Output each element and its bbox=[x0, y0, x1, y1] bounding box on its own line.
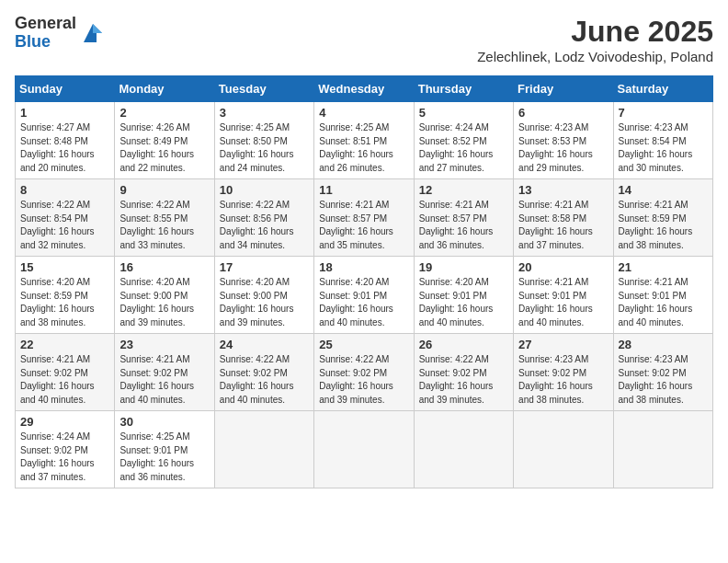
day-info: Sunrise: 4:23 AM Sunset: 9:02 PM Dayligh… bbox=[619, 353, 708, 407]
calendar-header-saturday: Saturday bbox=[613, 76, 712, 102]
svg-marker-1 bbox=[93, 24, 102, 33]
day-number: 7 bbox=[619, 106, 708, 120]
day-info: Sunrise: 4:23 AM Sunset: 8:53 PM Dayligh… bbox=[518, 121, 608, 175]
main-title: June 2025 bbox=[477, 15, 713, 49]
calendar-cell: 20Sunrise: 4:21 AM Sunset: 9:01 PM Dayli… bbox=[514, 257, 613, 334]
day-info: Sunrise: 4:20 AM Sunset: 8:59 PM Dayligh… bbox=[20, 276, 109, 329]
calendar-cell: 1Sunrise: 4:27 AM Sunset: 8:48 PM Daylig… bbox=[16, 102, 115, 179]
day-number: 1 bbox=[20, 106, 109, 120]
calendar-body: 1Sunrise: 4:27 AM Sunset: 8:48 PM Daylig… bbox=[16, 102, 713, 488]
day-info: Sunrise: 4:20 AM Sunset: 9:01 PM Dayligh… bbox=[319, 276, 408, 329]
day-number: 5 bbox=[419, 106, 508, 120]
day-info: Sunrise: 4:21 AM Sunset: 9:02 PM Dayligh… bbox=[20, 353, 109, 407]
day-info: Sunrise: 4:21 AM Sunset: 9:01 PM Dayligh… bbox=[518, 276, 608, 329]
day-number: 9 bbox=[119, 183, 209, 197]
day-info: Sunrise: 4:23 AM Sunset: 9:02 PM Dayligh… bbox=[518, 353, 608, 407]
day-info: Sunrise: 4:21 AM Sunset: 9:02 PM Dayligh… bbox=[119, 353, 209, 407]
logo: General Blue bbox=[15, 15, 106, 52]
calendar-week-3: 15Sunrise: 4:20 AM Sunset: 8:59 PM Dayli… bbox=[16, 257, 713, 334]
day-number: 28 bbox=[619, 338, 708, 351]
day-number: 24 bbox=[220, 338, 309, 351]
calendar-cell: 22Sunrise: 4:21 AM Sunset: 9:02 PM Dayli… bbox=[16, 334, 115, 411]
day-number: 3 bbox=[220, 106, 309, 120]
calendar-header-thursday: Thursday bbox=[414, 76, 513, 102]
day-info: Sunrise: 4:26 AM Sunset: 8:49 PM Dayligh… bbox=[119, 121, 209, 175]
day-info: Sunrise: 4:22 AM Sunset: 8:56 PM Dayligh… bbox=[220, 199, 309, 252]
calendar-cell: 14Sunrise: 4:21 AM Sunset: 8:59 PM Dayli… bbox=[613, 179, 712, 257]
day-number: 10 bbox=[220, 183, 309, 197]
day-info: Sunrise: 4:22 AM Sunset: 8:55 PM Dayligh… bbox=[119, 199, 209, 252]
calendar-table: SundayMondayTuesdayWednesdayThursdayFrid… bbox=[15, 75, 713, 488]
calendar-header-row: SundayMondayTuesdayWednesdayThursdayFrid… bbox=[16, 76, 713, 102]
day-number: 14 bbox=[619, 183, 708, 197]
calendar-cell: 30Sunrise: 4:25 AM Sunset: 9:01 PM Dayli… bbox=[115, 411, 214, 488]
calendar-week-1: 1Sunrise: 4:27 AM Sunset: 8:48 PM Daylig… bbox=[16, 102, 713, 179]
calendar-cell: 10Sunrise: 4:22 AM Sunset: 8:56 PM Dayli… bbox=[214, 179, 313, 257]
day-number: 11 bbox=[319, 183, 408, 197]
day-info: Sunrise: 4:22 AM Sunset: 9:02 PM Dayligh… bbox=[220, 353, 309, 407]
page-header: General Blue June 2025 Zelechlinek, Lodz… bbox=[15, 15, 713, 64]
calendar-header-monday: Monday bbox=[115, 76, 214, 102]
calendar-cell: 25Sunrise: 4:22 AM Sunset: 9:02 PM Dayli… bbox=[314, 334, 414, 411]
day-info: Sunrise: 4:22 AM Sunset: 9:02 PM Dayligh… bbox=[419, 353, 508, 407]
day-info: Sunrise: 4:24 AM Sunset: 9:02 PM Dayligh… bbox=[20, 431, 109, 484]
day-info: Sunrise: 4:25 AM Sunset: 9:01 PM Dayligh… bbox=[119, 431, 209, 484]
day-info: Sunrise: 4:21 AM Sunset: 8:59 PM Dayligh… bbox=[619, 199, 708, 252]
day-number: 16 bbox=[119, 260, 209, 274]
calendar-week-4: 22Sunrise: 4:21 AM Sunset: 9:02 PM Dayli… bbox=[16, 334, 713, 411]
calendar-cell: 23Sunrise: 4:21 AM Sunset: 9:02 PM Dayli… bbox=[115, 334, 214, 411]
logo-general: General bbox=[15, 15, 76, 33]
day-number: 12 bbox=[419, 183, 508, 197]
calendar-cell: 21Sunrise: 4:21 AM Sunset: 9:01 PM Dayli… bbox=[613, 257, 712, 334]
calendar-cell: 12Sunrise: 4:21 AM Sunset: 8:57 PM Dayli… bbox=[414, 179, 513, 257]
day-info: Sunrise: 4:20 AM Sunset: 9:00 PM Dayligh… bbox=[220, 276, 309, 329]
calendar-week-2: 8Sunrise: 4:22 AM Sunset: 8:54 PM Daylig… bbox=[16, 179, 713, 257]
calendar-cell: 5Sunrise: 4:24 AM Sunset: 8:52 PM Daylig… bbox=[414, 102, 513, 179]
calendar-cell: 13Sunrise: 4:21 AM Sunset: 8:58 PM Dayli… bbox=[514, 179, 613, 257]
day-info: Sunrise: 4:23 AM Sunset: 8:54 PM Dayligh… bbox=[619, 121, 708, 175]
calendar-cell bbox=[314, 411, 414, 488]
day-number: 27 bbox=[518, 338, 608, 351]
calendar-cell: 18Sunrise: 4:20 AM Sunset: 9:01 PM Dayli… bbox=[314, 257, 414, 334]
calendar-cell: 7Sunrise: 4:23 AM Sunset: 8:54 PM Daylig… bbox=[613, 102, 712, 179]
day-info: Sunrise: 4:21 AM Sunset: 8:58 PM Dayligh… bbox=[518, 199, 608, 252]
day-info: Sunrise: 4:22 AM Sunset: 9:02 PM Dayligh… bbox=[319, 353, 408, 407]
calendar-header-friday: Friday bbox=[514, 76, 613, 102]
day-number: 6 bbox=[518, 106, 608, 120]
calendar-cell: 15Sunrise: 4:20 AM Sunset: 8:59 PM Dayli… bbox=[16, 257, 115, 334]
calendar-cell bbox=[414, 411, 513, 488]
calendar-cell: 9Sunrise: 4:22 AM Sunset: 8:55 PM Daylig… bbox=[115, 179, 214, 257]
calendar-week-5: 29Sunrise: 4:24 AM Sunset: 9:02 PM Dayli… bbox=[16, 411, 713, 488]
subtitle: Zelechlinek, Lodz Voivodeship, Poland bbox=[477, 49, 713, 64]
day-info: Sunrise: 4:21 AM Sunset: 8:57 PM Dayligh… bbox=[419, 199, 508, 252]
day-number: 21 bbox=[619, 260, 708, 274]
day-number: 17 bbox=[220, 260, 309, 274]
day-number: 15 bbox=[20, 260, 109, 274]
calendar-header-wednesday: Wednesday bbox=[314, 76, 414, 102]
day-info: Sunrise: 4:27 AM Sunset: 8:48 PM Dayligh… bbox=[20, 121, 109, 175]
day-number: 18 bbox=[319, 260, 408, 274]
calendar-cell: 6Sunrise: 4:23 AM Sunset: 8:53 PM Daylig… bbox=[514, 102, 613, 179]
calendar-cell: 2Sunrise: 4:26 AM Sunset: 8:49 PM Daylig… bbox=[115, 102, 214, 179]
day-info: Sunrise: 4:22 AM Sunset: 8:54 PM Dayligh… bbox=[20, 199, 109, 252]
calendar-cell: 19Sunrise: 4:20 AM Sunset: 9:01 PM Dayli… bbox=[414, 257, 513, 334]
calendar-cell: 24Sunrise: 4:22 AM Sunset: 9:02 PM Dayli… bbox=[214, 334, 313, 411]
title-area: June 2025 Zelechlinek, Lodz Voivodeship,… bbox=[477, 15, 713, 64]
day-number: 26 bbox=[419, 338, 508, 351]
day-info: Sunrise: 4:25 AM Sunset: 8:50 PM Dayligh… bbox=[220, 121, 309, 175]
day-info: Sunrise: 4:21 AM Sunset: 8:57 PM Dayligh… bbox=[319, 199, 408, 252]
day-number: 2 bbox=[119, 106, 209, 120]
day-number: 4 bbox=[319, 106, 408, 120]
calendar-cell: 26Sunrise: 4:22 AM Sunset: 9:02 PM Dayli… bbox=[414, 334, 513, 411]
day-number: 8 bbox=[20, 183, 109, 197]
calendar-cell bbox=[214, 411, 313, 488]
logo-blue: Blue bbox=[15, 33, 76, 52]
day-info: Sunrise: 4:25 AM Sunset: 8:51 PM Dayligh… bbox=[319, 121, 408, 175]
calendar-cell: 27Sunrise: 4:23 AM Sunset: 9:02 PM Dayli… bbox=[514, 334, 613, 411]
calendar-cell bbox=[613, 411, 712, 488]
calendar-cell: 28Sunrise: 4:23 AM Sunset: 9:02 PM Dayli… bbox=[613, 334, 712, 411]
day-number: 23 bbox=[119, 338, 209, 351]
calendar-cell: 29Sunrise: 4:24 AM Sunset: 9:02 PM Dayli… bbox=[16, 411, 115, 488]
calendar-cell: 4Sunrise: 4:25 AM Sunset: 8:51 PM Daylig… bbox=[314, 102, 414, 179]
calendar-cell: 16Sunrise: 4:20 AM Sunset: 9:00 PM Dayli… bbox=[115, 257, 214, 334]
